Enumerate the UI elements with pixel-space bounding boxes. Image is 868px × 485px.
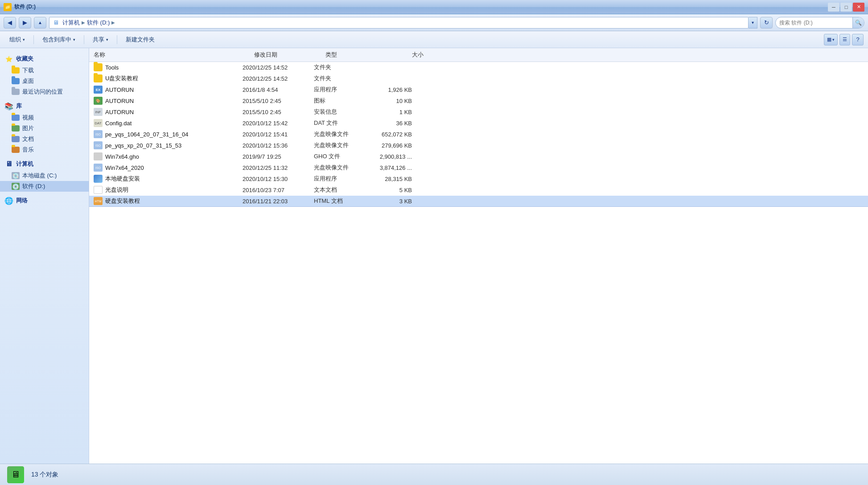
drive-d-label: 软件 (D:) — [22, 182, 45, 190]
forward-button[interactable]: ▶ — [19, 17, 31, 29]
toolbar-right: ▦ ▾ ☰ ? — [824, 34, 864, 45]
file-row[interactable]: EXAUTORUN2016/1/8 4:54应用程序1,926 KB — [89, 84, 868, 95]
search-box: 🔍 — [775, 17, 864, 29]
sidebar-section-network: 🌐 网络 — [0, 194, 89, 207]
window-icon: 📁 — [4, 3, 12, 11]
file-type: DAT 文件 — [314, 119, 367, 127]
sidebar-item-downloads[interactable]: 下载 — [0, 65, 89, 76]
share-dropdown-icon: ▾ — [106, 37, 108, 42]
file-row[interactable]: DATConfig.dat2020/10/12 15:42DAT 文件36 KB — [89, 118, 868, 129]
col-header-name[interactable]: 名称 — [94, 51, 254, 59]
file-type: 文本文档 — [314, 186, 367, 194]
breadcrumb-computer[interactable]: 计算机 — [62, 19, 80, 27]
file-date: 2019/9/7 19:25 — [243, 153, 314, 160]
organize-dropdown-icon: ▾ — [23, 37, 25, 42]
up-button[interactable]: ▲ — [34, 17, 46, 29]
file-name: AUTORUN — [105, 109, 134, 115]
sidebar-section-computer: 🖥 计算机 💿 本地磁盘 (C:) 💿 软件 (D:) — [0, 158, 89, 192]
file-row[interactable]: 本地硬盘安装2020/10/12 15:30应用程序28,315 KB — [89, 173, 868, 185]
share-button[interactable]: 共享 ▾ — [88, 33, 113, 46]
file-name: AUTORUN — [105, 86, 134, 93]
sidebar-item-pictures[interactable]: 图片 — [0, 123, 89, 134]
sidebar-network-header[interactable]: 🌐 网络 — [0, 194, 89, 207]
toolbar-sep2 — [84, 35, 84, 44]
file-name: Win7x64.gho — [105, 153, 139, 160]
col-header-date[interactable]: 修改日期 — [254, 51, 325, 59]
title-bar-left: 📁 软件 (D:) — [4, 3, 36, 11]
new-folder-button[interactable]: 新建文件夹 — [121, 33, 160, 46]
network-icon: 🌐 — [4, 196, 13, 205]
view-icon: ▦ — [827, 37, 831, 42]
sidebar-item-videos[interactable]: 视频 — [0, 112, 89, 123]
sidebar-item-music[interactable]: 音乐 — [0, 144, 89, 155]
file-list-header: 名称 修改日期 类型 大小 — [89, 48, 868, 62]
sidebar-item-desktop[interactable]: 桌面 — [0, 76, 89, 86]
close-button[interactable]: ✕ — [853, 3, 864, 12]
sidebar-library-header[interactable]: 📚 库 — [0, 100, 89, 112]
toolbar-sep1 — [33, 35, 34, 44]
col-header-size[interactable]: 大小 — [379, 51, 424, 59]
breadcrumb-chevron1: ▶ — [82, 20, 85, 25]
status-bar: 🖥 13 个对象 — [0, 464, 868, 485]
file-row[interactable]: HTM硬盘安装教程2016/11/21 22:03HTML 文档3 KB — [89, 196, 868, 207]
status-text: 13 个对象 — [31, 471, 58, 479]
sidebar-item-documents[interactable]: 文档 — [0, 134, 89, 144]
breadcrumb-drive[interactable]: 软件 (D:) — [87, 19, 110, 27]
toolbar: 组织 ▾ 包含到库中 ▾ 共享 ▾ 新建文件夹 ▦ ▾ ☰ ? — [0, 31, 868, 48]
file-row[interactable]: 🎨AUTORUN2015/5/10 2:45图标10 KB — [89, 95, 868, 107]
address-dropdown-btn[interactable]: ▾ — [749, 17, 757, 29]
maximize-button[interactable]: □ — [840, 3, 852, 12]
favorites-icon: ⭐ — [4, 54, 13, 63]
view-button[interactable]: ▦ ▾ — [824, 34, 838, 45]
file-type: 光盘映像文件 — [314, 130, 367, 138]
videos-icon — [12, 115, 20, 121]
network-title: 网络 — [16, 197, 28, 205]
search-button[interactable]: 🔍 — [852, 17, 864, 29]
file-row[interactable]: INFAUTORUN2015/5/10 2:45安装信息1 KB — [89, 107, 868, 118]
back-button[interactable]: ◀ — [4, 17, 16, 29]
file-size: 5 KB — [367, 187, 412, 193]
file-row[interactable]: U盘安装教程2020/12/25 14:52文件夹 — [89, 73, 868, 84]
sidebar-item-recent[interactable]: 最近访问的位置 — [0, 86, 89, 97]
file-size: 279,696 KB — [367, 142, 412, 149]
file-row[interactable]: Tools2020/12/25 14:52文件夹 — [89, 62, 868, 73]
file-size: 28,315 KB — [367, 176, 412, 182]
include-library-button[interactable]: 包含到库中 ▾ — [37, 33, 80, 46]
sidebar-item-drive-c[interactable]: 💿 本地磁盘 (C:) — [0, 170, 89, 181]
help-button[interactable]: ? — [852, 34, 864, 45]
minimize-button[interactable]: ─ — [828, 3, 839, 12]
sidebar-section-favorites: ⭐ 收藏夹 下载 桌面 最近访问的位置 — [0, 53, 89, 97]
file-row[interactable]: ISOWin7x64_20202020/12/25 11:32光盘映像文件3,8… — [89, 162, 868, 173]
refresh-button[interactable]: ↻ — [760, 17, 773, 29]
file-name: Tools — [105, 64, 119, 71]
file-size: 3 KB — [367, 198, 412, 205]
title-bar-controls: ─ □ ✕ — [828, 3, 864, 12]
file-row[interactable]: Win7x64.gho2019/9/7 19:25GHO 文件2,900,813… — [89, 151, 868, 162]
videos-label: 视频 — [22, 114, 34, 122]
include-library-label: 包含到库中 — [42, 36, 71, 44]
sidebar-favorites-header[interactable]: ⭐ 收藏夹 — [0, 53, 89, 65]
organize-label: 组织 — [9, 36, 21, 44]
file-size: 2,900,813 ... — [367, 153, 412, 160]
file-date: 2015/5/10 2:45 — [243, 98, 314, 104]
computer-title: 计算机 — [16, 160, 33, 168]
sidebar-computer-header[interactable]: 🖥 计算机 — [0, 158, 89, 170]
view-dropdown-icon: ▾ — [832, 37, 835, 42]
file-size: 652,072 KB — [367, 131, 412, 138]
sidebar-section-library: 📚 库 视频 图片 文档 音乐 — [0, 100, 89, 155]
pictures-icon — [12, 125, 20, 132]
main-container: ⭐ 收藏夹 下载 桌面 最近访问的位置 📚 库 — [0, 48, 868, 464]
status-icon-img: 🖥 — [7, 466, 24, 483]
file-row[interactable]: ISOpe_yqs_1064_20_07_31_16_042020/10/12 … — [89, 129, 868, 140]
music-label: 音乐 — [22, 146, 34, 154]
details-view-button[interactable]: ☰ — [839, 34, 850, 45]
sidebar-item-drive-d[interactable]: 💿 软件 (D:) — [0, 181, 89, 192]
file-row[interactable]: 光盘说明2016/10/23 7:07文本文档5 KB — [89, 185, 868, 196]
file-row[interactable]: ISOpe_yqs_xp_20_07_31_15_532020/10/12 15… — [89, 140, 868, 151]
recent-label: 最近访问的位置 — [22, 88, 63, 96]
library-title: 库 — [16, 102, 22, 110]
col-header-type[interactable]: 类型 — [325, 51, 379, 59]
organize-button[interactable]: 组织 ▾ — [4, 33, 30, 46]
file-name: U盘安装教程 — [105, 74, 138, 82]
search-input[interactable] — [776, 20, 852, 26]
